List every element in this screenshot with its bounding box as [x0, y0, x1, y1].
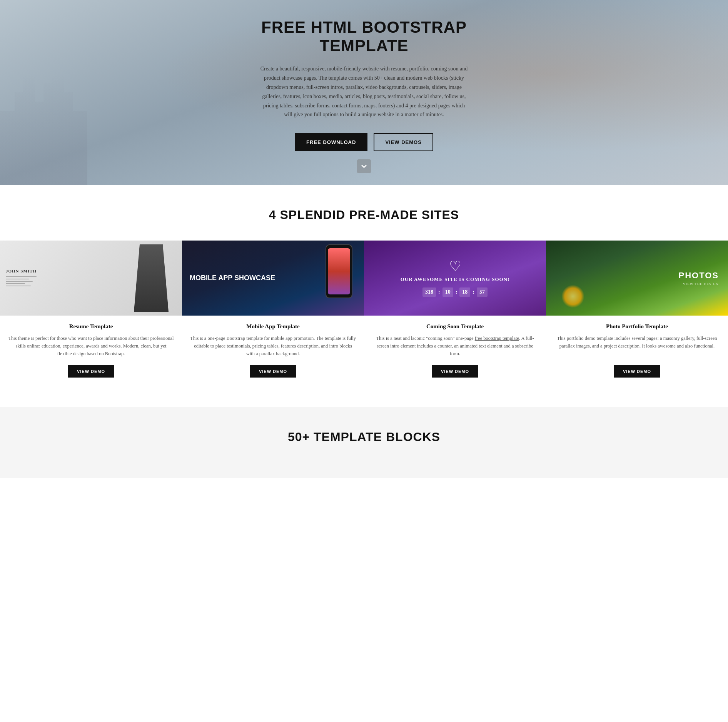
- mobile-overlay-title: MOBILE APP SHOWCASE: [190, 274, 275, 282]
- resume-lines: [6, 276, 37, 286]
- resume-card-title: Resume Template: [69, 323, 113, 330]
- mobile-preview: MOBILE APP SHOWCASE: [182, 241, 364, 316]
- photo-preview: PHOTOS VIEW THE DESIGN: [546, 241, 728, 316]
- resume-view-demo-button[interactable]: VIEW DEMO: [68, 365, 114, 378]
- chevron-down-icon: [361, 163, 367, 170]
- blocks-section: 50+ TEMPLATE BLOCKS: [0, 407, 728, 478]
- view-demos-button[interactable]: VIEW DEMOS: [374, 133, 433, 151]
- count-minutes: 18: [459, 287, 470, 297]
- mobile-phone-screen: [328, 248, 350, 294]
- count-hours: 10: [442, 287, 453, 297]
- card-photo: PHOTOS VIEW THE DESIGN Photo Portfolio T…: [546, 241, 728, 384]
- resume-card-desc: This theme is perfect for those who want…: [8, 334, 174, 358]
- count-sep-3: :: [473, 289, 474, 295]
- photo-view-demo-button[interactable]: VIEW DEMO: [614, 365, 660, 378]
- card-coming: ♡ OUR AWESOME SITE IS COMING SOON! 318 :…: [364, 241, 546, 384]
- resume-preview: JOHN SMITH: [0, 241, 182, 316]
- mobile-view-demo-button[interactable]: VIEW DEMO: [250, 365, 296, 378]
- hero-content: FREE HTML BOOTSTRAP TEMPLATE Create a be…: [252, 18, 476, 167]
- count-seconds: 57: [477, 287, 488, 297]
- card-image-mobile: MOBILE APP SHOWCASE: [182, 241, 364, 316]
- card-image-resume: JOHN SMITH: [0, 241, 182, 316]
- photo-card-title: Photo Portfolio Template: [606, 323, 668, 330]
- coming-soon-link[interactable]: free bootstrap template: [475, 336, 519, 341]
- resume-line: [6, 281, 33, 282]
- sun-glow-decoration: [561, 285, 584, 308]
- scroll-down-button[interactable]: [357, 159, 371, 173]
- heart-icon: ♡: [449, 259, 461, 273]
- premade-section-title: 4 SPLENDID PRE-MADE SITES: [0, 208, 728, 222]
- card-body-coming: Coming Soon Template This is a neat and …: [364, 316, 546, 384]
- card-body-mobile: Mobile App Template This is a one-page B…: [182, 316, 364, 384]
- mobile-card-desc: This is a one-page Bootstrap template fo…: [190, 334, 356, 358]
- count-sep-1: :: [438, 289, 440, 295]
- coming-card-desc: This is a neat and laconic "coming soon"…: [372, 334, 538, 358]
- resume-person-silhouette: [132, 244, 170, 312]
- resume-name: JOHN SMITH: [6, 269, 37, 273]
- free-download-button[interactable]: FREE DOWNLOAD: [295, 133, 367, 151]
- photo-overlay-subtitle: VIEW THE DESIGN: [678, 282, 719, 286]
- resume-line: [6, 276, 37, 277]
- cards-grid: JOHN SMITH Resume Temp: [0, 241, 728, 384]
- card-body-photo: Photo Portfolio Template This portfolio …: [546, 316, 728, 384]
- hero-buttons: FREE DOWNLOAD VIEW DEMOS: [260, 133, 468, 151]
- card-resume: JOHN SMITH Resume Temp: [0, 241, 182, 384]
- premade-section: 4 SPLENDID PRE-MADE SITES JOHN SMITH: [0, 185, 728, 407]
- mobile-text-overlay: MOBILE APP SHOWCASE: [190, 274, 275, 282]
- hero-description: Create a beautiful, responsive, mobile-f…: [260, 64, 468, 119]
- mobile-card-title: Mobile App Template: [246, 323, 299, 330]
- coming-view-demo-button[interactable]: VIEW DEMO: [432, 365, 478, 378]
- photo-text-area: PHOTOS VIEW THE DESIGN: [678, 271, 719, 286]
- resume-line: [6, 286, 31, 286]
- card-body-resume: Resume Template This theme is perfect fo…: [0, 316, 182, 384]
- resume-text-area: JOHN SMITH: [6, 269, 37, 288]
- card-image-photo: PHOTOS VIEW THE DESIGN: [546, 241, 728, 316]
- coming-preview: ♡ OUR AWESOME SITE IS COMING SOON! 318 :…: [364, 241, 546, 316]
- hero-section: FREE HTML BOOTSTRAP TEMPLATE Create a be…: [0, 0, 728, 185]
- coming-countdown: 318 : 10 : 18 : 57: [422, 287, 488, 297]
- card-image-coming: ♡ OUR AWESOME SITE IS COMING SOON! 318 :…: [364, 241, 546, 316]
- resume-line: [6, 283, 25, 284]
- count-sep-2: :: [456, 289, 458, 295]
- resume-figure: [132, 244, 170, 312]
- photo-card-desc: This portfolio demo template includes se…: [554, 334, 720, 358]
- resume-line: [6, 279, 29, 279]
- mobile-phone-graphic: [326, 244, 352, 298]
- card-mobile: MOBILE APP SHOWCASE Mobile App Template …: [182, 241, 364, 384]
- coming-card-title: Coming Soon Template: [426, 323, 484, 330]
- blocks-section-title: 50+ TEMPLATE BLOCKS: [0, 430, 728, 444]
- count-days: 318: [422, 287, 436, 297]
- coming-soon-title: OUR AWESOME SITE IS COMING SOON!: [401, 276, 510, 283]
- photo-overlay-title: PHOTOS: [678, 271, 719, 281]
- hero-title: FREE HTML BOOTSTRAP TEMPLATE: [260, 18, 468, 55]
